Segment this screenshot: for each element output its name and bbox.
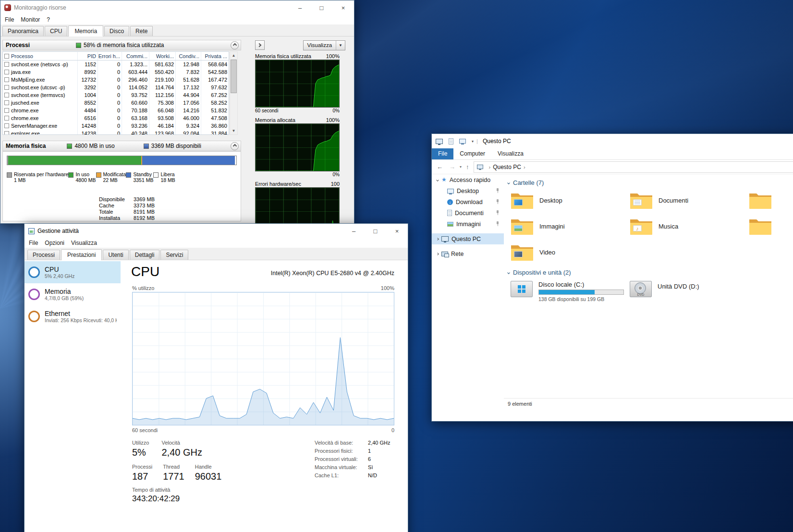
process-row[interactable]: MsMpEng.exe 12732 0 296.460 219.100 51.6… <box>3 76 229 84</box>
chevron-right-icon[interactable] <box>436 253 439 255</box>
sidebar-quick-item[interactable]: Immagini <box>432 218 504 230</box>
devices-group-header[interactable]: Dispositivi e unità (2) <box>508 269 793 276</box>
process-row[interactable]: svchost.exe (netsvcs -p) 1152 0 1.323...… <box>3 60 229 68</box>
tab[interactable]: CPU <box>45 26 67 36</box>
sidebar-item-this-pc[interactable]: Questo PC <box>432 233 504 244</box>
menu-item[interactable]: Monitor <box>17 15 43 24</box>
chevron-down-icon[interactable] <box>507 271 510 274</box>
ribbon-tab[interactable]: Visualizza <box>491 148 530 159</box>
scroll-up-button[interactable]: ▲ <box>230 52 237 59</box>
dropdown-arrow-icon[interactable]: ▼ <box>336 41 345 50</box>
tab[interactable]: Memoria <box>68 25 103 36</box>
column-header[interactable]: PID <box>78 52 98 60</box>
sidebar-item-network[interactable]: Rete <box>432 248 504 259</box>
collapse-panel-button[interactable] <box>255 40 265 50</box>
collapse-section-button[interactable] <box>231 142 239 150</box>
tab[interactable]: Rete <box>130 26 153 36</box>
menu-item[interactable]: ? <box>43 15 53 24</box>
up-button[interactable]: ↑ <box>464 163 471 170</box>
quick-access-toolbar-icon[interactable] <box>449 138 453 145</box>
tab[interactable]: Servizi <box>160 250 188 260</box>
process-row[interactable]: explorer.exe 14238 0 40.248 123.968 92.0… <box>3 130 229 135</box>
performance-sidebar-item[interactable]: Memoria 4,7/8,0 GB (59%) <box>24 283 121 305</box>
disk-drive-tile[interactable]: Disco locale (C:) 138 GB disponibili su … <box>511 278 630 305</box>
scroll-down-button[interactable]: ▼ <box>230 127 237 134</box>
chevron-down-icon[interactable] <box>507 181 510 184</box>
process-checkbox[interactable] <box>4 123 9 128</box>
close-button[interactable]: × <box>386 224 408 238</box>
process-row[interactable]: jusched.exe 8552 0 60.660 75.308 17.056 … <box>3 99 229 107</box>
maximize-button[interactable]: □ <box>311 0 332 15</box>
ribbon-tab[interactable]: File <box>432 148 453 159</box>
menu-item[interactable]: File <box>1 15 17 24</box>
process-checkbox[interactable] <box>4 70 9 74</box>
forward-button[interactable]: → <box>447 163 457 170</box>
table-header[interactable]: Processo PID Errori h... Commi... Worki.… <box>3 52 229 60</box>
process-checkbox[interactable] <box>4 77 9 82</box>
folder-tile[interactable]: Video <box>511 240 630 264</box>
select-all-checkbox[interactable] <box>4 54 9 59</box>
process-table-scrollbar[interactable]: ▲ ▼ <box>230 51 238 135</box>
folder-tile[interactable] <box>749 214 793 238</box>
performance-sidebar-item[interactable]: Ethernet Inviati: 256 Kbps Ricevuti: 40,… <box>24 305 121 327</box>
back-button[interactable]: ← <box>435 163 445 170</box>
process-checkbox[interactable] <box>4 93 9 97</box>
tab[interactable]: Disco <box>104 26 129 36</box>
cpu-utilization-graph[interactable] <box>132 292 394 425</box>
scrollbar-thumb[interactable] <box>231 60 237 93</box>
minimize-button[interactable]: – <box>343 224 365 238</box>
process-checkbox[interactable] <box>4 85 9 90</box>
minimize-button[interactable]: – <box>289 0 311 15</box>
address-bar[interactable]: › Questo PC › <box>474 161 793 173</box>
process-row[interactable]: ServerManager.exe 14248 0 93.236 46.184 … <box>3 122 229 130</box>
menu-item[interactable]: File <box>25 239 41 247</box>
process-row[interactable]: svchost.exe (utcsvc -p) 3292 0 114.052 1… <box>3 84 229 91</box>
column-header[interactable]: Worki... <box>149 52 176 60</box>
process-checkbox[interactable] <box>4 62 9 67</box>
views-dropdown-button[interactable]: Visualizza ▼ <box>303 40 346 50</box>
process-row[interactable]: chrome.exe 4484 0 70.188 66.048 14.216 5… <box>3 107 229 114</box>
menu-item[interactable]: Visualizza <box>68 239 100 247</box>
process-row[interactable]: java.exe 8992 0 603.444 550.420 7.832 54… <box>3 68 229 76</box>
physical-memory-section-header[interactable]: Memoria fisica 4800 MB in uso 3369 MB di… <box>2 141 241 151</box>
folder-tile[interactable]: Musica <box>630 214 749 238</box>
tab[interactable]: Processi <box>27 250 60 260</box>
folder-tile[interactable]: Immagini <box>511 214 630 238</box>
folders-group-header[interactable]: Cartelle (7) <box>508 179 793 186</box>
process-row[interactable]: svchost.exe (termsvcs) 1004 0 93.752 112… <box>3 91 229 99</box>
column-header[interactable]: Commi... <box>122 52 149 60</box>
sidebar-quick-item[interactable]: Documenti <box>432 207 504 218</box>
column-header[interactable]: Privata ... <box>201 52 229 60</box>
chevron-down-icon[interactable] <box>436 179 439 181</box>
tab[interactable]: Panoramica <box>2 26 44 36</box>
process-checkbox[interactable] <box>4 116 9 121</box>
folder-tile[interactable]: Documenti <box>630 188 749 212</box>
sidebar-item-quick-access[interactable]: ★ Accesso rapido <box>432 174 504 185</box>
breadcrumb[interactable]: Questo PC <box>493 164 521 170</box>
process-checkbox[interactable] <box>4 108 9 113</box>
processes-section-header[interactable]: Processi 58% di memoria fisica utilizzat… <box>2 40 241 50</box>
column-header[interactable]: Errori h... <box>98 52 122 60</box>
process-checkbox[interactable] <box>4 100 9 105</box>
recent-locations-caret-icon[interactable]: ▾ <box>460 165 462 169</box>
process-row[interactable]: chrome.exe 6516 0 63.168 93.508 46.000 4… <box>3 114 229 122</box>
close-button[interactable]: × <box>332 0 354 15</box>
tab[interactable]: Prestazioni <box>61 249 102 260</box>
chevron-right-icon[interactable] <box>436 238 439 241</box>
column-header[interactable]: Condiv... <box>176 52 201 60</box>
sidebar-quick-item[interactable]: Download <box>432 196 504 207</box>
quick-access-caret-icon[interactable]: ▾ <box>472 139 474 144</box>
quick-access-toolbar-icon[interactable] <box>459 139 466 144</box>
sidebar-quick-item[interactable]: Desktop <box>432 185 504 196</box>
performance-sidebar-item[interactable]: CPU 5% 2,40 GHz <box>24 261 121 283</box>
dvd-drive-tile[interactable]: DVD Unità DVD (D:) <box>630 278 749 305</box>
process-checkbox[interactable] <box>4 131 9 135</box>
menu-item[interactable]: Opzioni <box>41 239 68 247</box>
folder-tile[interactable]: Desktop <box>511 188 630 212</box>
folder-tile[interactable] <box>749 188 793 212</box>
collapse-section-button[interactable] <box>231 41 239 49</box>
ribbon-tab[interactable]: Computer <box>453 148 491 159</box>
maximize-button[interactable]: □ <box>365 224 386 238</box>
tab[interactable]: Utenti <box>103 250 128 260</box>
tab[interactable]: Dettagli <box>130 250 160 260</box>
